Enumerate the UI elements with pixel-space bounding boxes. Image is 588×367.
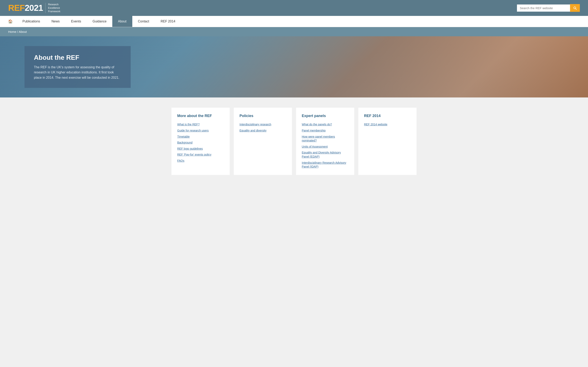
- list-item: Panel membership: [302, 129, 348, 133]
- list-item: Units of Assessment: [302, 145, 348, 149]
- list-item: REF logo guidelines: [177, 147, 224, 151]
- nav-item-publications[interactable]: Publications: [17, 16, 46, 27]
- card-ref-2014-links: REF 2014 website: [364, 123, 411, 127]
- logo-year: 2021: [25, 3, 43, 13]
- link-interdisciplinary-research-advisory-panel-idap[interactable]: Interdisciplinary Research Advisory Pane…: [302, 161, 346, 168]
- link-how-were-panel-members-nominated[interactable]: How were panel members nominated?: [302, 135, 335, 142]
- list-item: How were panel members nominated?: [302, 135, 348, 143]
- list-item: Equality and diversity: [240, 129, 286, 133]
- hero-title: About the REF: [34, 54, 121, 61]
- list-item: Background: [177, 141, 224, 145]
- nav-item-news[interactable]: News: [46, 16, 65, 27]
- list-item: FAQs: [177, 159, 224, 163]
- list-item: Equality and Diversity Advisory Panel (E…: [302, 151, 348, 159]
- link-guide-for-research-users[interactable]: Guide for research users: [177, 129, 209, 132]
- nav-item-events[interactable]: Events: [65, 16, 87, 27]
- list-item: Guide for research users: [177, 129, 224, 133]
- list-item: REF 'Pay-for' events policy: [177, 153, 224, 157]
- link-ref-pay-for-events-policy[interactable]: REF 'Pay-for' events policy: [177, 153, 211, 156]
- card-expert-panels: Expert panelsWhat do the panels do?Panel…: [296, 108, 354, 175]
- logo-ref: REF: [8, 3, 25, 13]
- logo-tagline: Research Excellence Framework: [45, 3, 60, 13]
- card-ref-2014: REF 2014REF 2014 website: [358, 108, 416, 175]
- site-header: REF 2021 Research Excellence Framework: [0, 0, 588, 16]
- search-container: [517, 4, 580, 12]
- card-expert-panels-links: What do the panels do?Panel membershipHo…: [302, 123, 348, 169]
- hero-description: The REF is the UK's system for assessing…: [34, 65, 121, 80]
- breadcrumb: Home / About: [0, 27, 588, 36]
- list-item: What do the panels do?: [302, 123, 348, 127]
- hero-content-box: About the REF The REF is the UK's system…: [25, 46, 131, 88]
- card-more-about-links: What is the REF?Guide for research users…: [177, 123, 224, 163]
- card-more-about: More about the REFWhat is the REF?Guide …: [172, 108, 230, 175]
- breadcrumb-separator: /: [16, 30, 19, 33]
- link-units-of-assessment[interactable]: Units of Assessment: [302, 145, 328, 148]
- link-ref-logo-guidelines[interactable]: REF logo guidelines: [177, 147, 203, 150]
- link-faqs[interactable]: FAQs: [177, 159, 184, 162]
- breadcrumb-current: About: [19, 30, 27, 33]
- cards-section: More about the REFWhat is the REF?Guide …: [0, 98, 588, 185]
- card-policies-title: Policies: [240, 114, 286, 118]
- list-item: REF 2014 website: [364, 123, 411, 127]
- search-icon: [573, 6, 577, 10]
- nav-item-guidance[interactable]: Guidance: [87, 16, 112, 27]
- hero-section: About the REF The REF is the UK's system…: [0, 36, 588, 98]
- card-policies-links: Interdisciplinary researchEquality and d…: [240, 123, 286, 133]
- nav-item-about[interactable]: About: [112, 16, 132, 27]
- card-policies: PoliciesInterdisciplinary researchEquali…: [234, 108, 292, 175]
- list-item: Interdisciplinary Research Advisory Pane…: [302, 161, 348, 169]
- nav-item-contact[interactable]: Contact: [132, 16, 155, 27]
- logo[interactable]: REF 2021 Research Excellence Framework: [8, 3, 60, 13]
- link-timetable[interactable]: Timetable: [177, 135, 190, 138]
- card-ref-2014-title: REF 2014: [364, 114, 411, 118]
- link-equality-and-diversity[interactable]: Equality and diversity: [240, 129, 267, 132]
- link-what-do-the-panels-do[interactable]: What do the panels do?: [302, 123, 332, 126]
- list-item: What is the REF?: [177, 123, 224, 127]
- nav-item-ref2014[interactable]: REF 2014: [155, 16, 181, 27]
- list-item: Timetable: [177, 135, 224, 139]
- main-nav: 🏠 Publications News Events Guidance Abou…: [0, 16, 588, 27]
- search-button[interactable]: [570, 4, 580, 12]
- card-expert-panels-title: Expert panels: [302, 114, 348, 118]
- search-input[interactable]: [517, 4, 570, 12]
- link-equality-and-diversity-advisory-panel-edap[interactable]: Equality and Diversity Advisory Panel (E…: [302, 151, 341, 158]
- link-background[interactable]: Background: [177, 141, 192, 144]
- link-panel-membership[interactable]: Panel membership: [302, 129, 326, 132]
- list-item: Interdisciplinary research: [240, 123, 286, 127]
- link-ref-2014-website[interactable]: REF 2014 website: [364, 123, 387, 126]
- link-what-is-the-ref[interactable]: What is the REF?: [177, 123, 200, 126]
- card-more-about-title: More about the REF: [177, 114, 224, 118]
- breadcrumb-home[interactable]: Home: [8, 30, 16, 33]
- nav-home[interactable]: 🏠: [4, 16, 17, 27]
- cards-grid: More about the REFWhat is the REF?Guide …: [172, 108, 416, 175]
- link-interdisciplinary-research[interactable]: Interdisciplinary research: [240, 123, 271, 126]
